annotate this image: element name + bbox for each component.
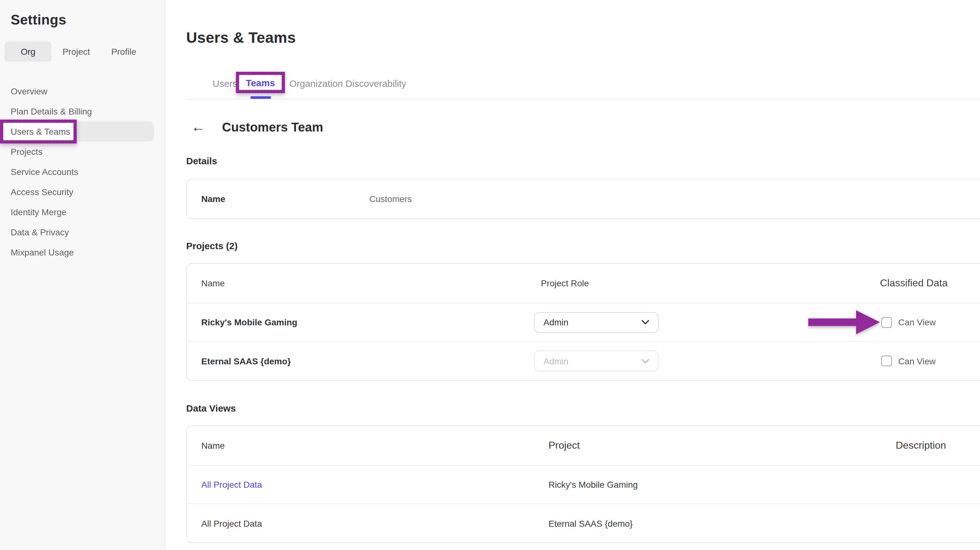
annotation-box-teams-tab: Teams: [236, 72, 285, 93]
sidebar: Settings Org Project Profile Overview Pl…: [0, 0, 165, 550]
chevron-down-icon: [641, 320, 649, 325]
sidebar-nav: Overview Plan Details & Billing Users & …: [0, 81, 165, 262]
project-row-eternal-saas-demo: Eternal SAAS {demo} Admin Can View: [187, 342, 980, 380]
column-header-name: Name: [187, 440, 549, 451]
sidebar-item-access-security[interactable]: Access Security: [0, 182, 165, 202]
project-role-value: Admin: [544, 356, 568, 366]
team-title: Customers Team: [222, 120, 323, 134]
sidebar-title: Settings: [11, 12, 165, 28]
details-card: Name Customers: [186, 179, 980, 219]
back-arrow-icon[interactable]: ←: [191, 120, 205, 134]
team-header: ← Customers Team: [165, 116, 980, 139]
column-header-project-role: Project Role: [534, 278, 880, 288]
project-role-value: Admin: [544, 317, 568, 327]
chevron-down-icon: [641, 359, 649, 363]
can-view-label: Can View: [898, 356, 935, 366]
tab-organization-discoverability[interactable]: Organization Discoverability: [290, 78, 406, 89]
details-heading: Details: [186, 155, 980, 166]
annotation-arrow: [808, 309, 880, 335]
tab-teams[interactable]: Teams: [246, 77, 275, 88]
scope-tab-profile[interactable]: Profile: [101, 41, 147, 62]
users-teams-tabs: Users Teams Organization Discoverability: [165, 73, 980, 99]
annotation-box-users-teams: Users & Teams: [0, 120, 77, 143]
tabs-divider: [186, 99, 980, 99]
column-header-name: Name: [187, 278, 534, 288]
tab-users[interactable]: Users: [213, 78, 237, 89]
sidebar-item-projects[interactable]: Projects: [0, 142, 165, 162]
project-name: Ricky's Mobile Gaming: [187, 317, 534, 327]
active-tab-indicator: [250, 96, 271, 99]
data-view-row: All Project Data Eternal SAAS {demo}: [187, 504, 980, 542]
data-view-row: All Project Data Ricky's Mobile Gaming: [187, 466, 980, 504]
column-header-project: Project: [549, 440, 896, 451]
sidebar-item-plan-details-billing[interactable]: Plan Details & Billing: [0, 101, 165, 121]
can-view-checkbox[interactable]: [881, 356, 892, 366]
sidebar-item-overview[interactable]: Overview: [0, 81, 165, 101]
settings-scope-tabs: Org Project Profile: [5, 41, 165, 62]
scope-tab-project[interactable]: Project: [52, 41, 101, 62]
data-views-heading: Data Views: [186, 403, 980, 413]
sidebar-item-users-teams[interactable]: Users & Teams: [0, 121, 154, 142]
classified-data-cell: Can View: [880, 317, 980, 328]
sidebar-item-users-teams-label: Users & Teams: [3, 123, 73, 140]
projects-table: Name Project Role Classified Data Ricky'…: [186, 263, 980, 381]
sidebar-item-data-privacy[interactable]: Data & Privacy: [0, 222, 165, 242]
main-content: Users & Teams Users Teams Organization D…: [165, 0, 980, 550]
details-name-label: Name: [201, 194, 369, 204]
sidebar-item-identity-merge[interactable]: Identity Merge: [0, 202, 165, 222]
scope-tab-org[interactable]: Org: [5, 41, 52, 62]
project-row-rickys-mobile-gaming: Ricky's Mobile Gaming Admin Can View: [187, 303, 980, 342]
page-title: Users & Teams: [186, 29, 980, 46]
project-name: Eternal SAAS {demo}: [187, 356, 534, 366]
data-view-project: Ricky's Mobile Gaming: [549, 480, 896, 489]
data-view-project: Eternal SAAS {demo}: [549, 518, 896, 528]
settings-page: Settings Org Project Profile Overview Pl…: [0, 0, 980, 550]
projects-table-header: Name Project Role Classified Data: [187, 264, 980, 303]
project-role-select-disabled: Admin: [534, 351, 659, 371]
sidebar-item-mixpanel-usage[interactable]: Mixpanel Usage: [0, 242, 165, 262]
project-role-select[interactable]: Admin: [534, 312, 659, 333]
data-views-table-header: Name Project Description: [187, 426, 980, 466]
data-view-name: All Project Data: [187, 518, 549, 528]
column-header-description: Description: [896, 440, 980, 451]
classified-data-cell: Can View: [880, 356, 980, 366]
details-name-value: Customers: [369, 194, 412, 204]
can-view-label: Can View: [898, 317, 935, 327]
column-header-classified-data: Classified Data: [880, 277, 980, 289]
projects-heading: Projects (2): [186, 241, 980, 251]
sidebar-item-service-accounts[interactable]: Service Accounts: [0, 162, 165, 182]
data-views-table: Name Project Description All Project Dat…: [186, 426, 980, 543]
data-view-link-all-project-data[interactable]: All Project Data: [187, 480, 549, 489]
can-view-checkbox[interactable]: [881, 317, 892, 328]
